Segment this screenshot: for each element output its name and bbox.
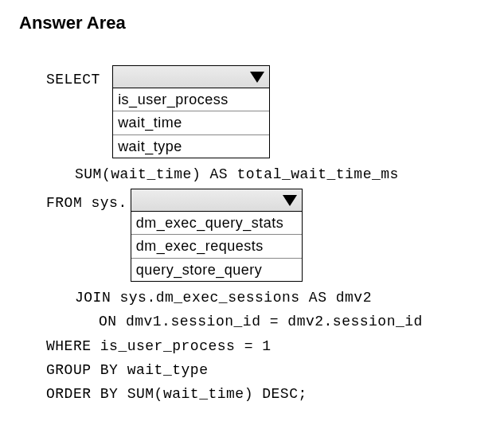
sum-expression: SUM(wait_time) AS total_wait_time_ms bbox=[19, 165, 485, 184]
from-keyword: FROM sys. bbox=[19, 189, 127, 212]
dropdown-option[interactable]: query_store_query bbox=[131, 259, 302, 281]
dropdown-option[interactable]: wait_time bbox=[113, 111, 269, 134]
dropdown-option[interactable]: dm_exec_requests bbox=[131, 235, 302, 258]
dropdown-header[interactable] bbox=[113, 66, 269, 88]
dropdown-option[interactable]: is_user_process bbox=[113, 88, 269, 111]
sql-query-block: SELECT is_user_process wait_time wait_ty… bbox=[19, 65, 485, 404]
chevron-down-icon bbox=[283, 195, 297, 206]
where-clause: WHERE is_user_process = 1 bbox=[19, 337, 485, 356]
select-row: SELECT is_user_process wait_time wait_ty… bbox=[19, 65, 485, 158]
page-title: Answer Area bbox=[19, 13, 485, 33]
select-keyword: SELECT bbox=[19, 65, 109, 89]
orderby-clause: ORDER BY SUM(wait_time) DESC; bbox=[19, 384, 485, 403]
chevron-down-icon bbox=[250, 72, 264, 83]
groupby-clause: GROUP BY wait_type bbox=[19, 361, 485, 380]
join-clause: JOIN sys.dm_exec_sessions AS dmv2 bbox=[19, 288, 485, 307]
on-clause: ON dmv1.session_id = dmv2.session_id bbox=[19, 312, 485, 331]
from-row: FROM sys. dm_exec_query_stats dm_exec_re… bbox=[19, 189, 485, 282]
dropdown-option[interactable]: wait_type bbox=[113, 135, 269, 158]
dropdown-select-column[interactable]: is_user_process wait_time wait_type bbox=[112, 65, 270, 158]
dropdown-option[interactable]: dm_exec_query_stats bbox=[131, 212, 302, 235]
dropdown-header[interactable] bbox=[131, 189, 302, 212]
dropdown-from-table[interactable]: dm_exec_query_stats dm_exec_requests que… bbox=[131, 189, 303, 282]
